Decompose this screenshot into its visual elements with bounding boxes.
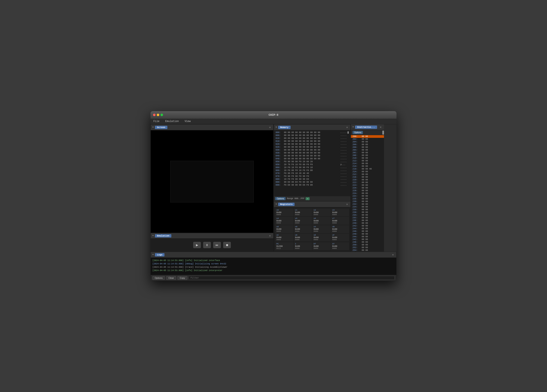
- instruction-row[interactable]: 252:00 00: [351, 246, 384, 249]
- emulation-panel: ▼ Emulation ✕ ▶ ⏸ ⏭ ⏹: [150, 233, 274, 252]
- traffic-lights: [153, 114, 163, 116]
- instructions-panel: ▼ Instructio... ✕ Options 200:00 00202:0…: [351, 124, 384, 252]
- instruction-row[interactable]: 23C:00 00: [351, 216, 384, 219]
- instruction-row[interactable]: 204:00 00: [351, 141, 384, 143]
- memory-row: 068:10 F0 80 F0 10 F0 F0 80.....: [274, 169, 350, 172]
- logs-clear-button[interactable]: Clear: [166, 276, 176, 280]
- instruction-row[interactable]: 24C:00 00: [351, 238, 384, 241]
- log-line: [2024-04-05 11:14:53.998] [info] Initial…: [152, 259, 395, 262]
- instruction-row[interactable]: 226:00 00: [351, 187, 384, 189]
- logs-options-button[interactable]: Options: [152, 276, 165, 280]
- instruction-row[interactable]: 244:00 00: [351, 227, 384, 230]
- memory-panel-close[interactable]: ✕: [345, 126, 349, 129]
- memory-panel: ▼ Memory ✕ 000:00 00 00 00 00 00 00 00 0…: [274, 124, 351, 201]
- memory-footer: Options Range 000..FFF ✓: [274, 196, 350, 201]
- instruction-row[interactable]: 254:00 00: [351, 249, 384, 252]
- instruction-row[interactable]: 23A:00 00: [351, 214, 384, 216]
- instruction-row[interactable]: 210:00 00: [351, 157, 384, 159]
- instruction-row[interactable]: 202:00 00: [351, 138, 384, 141]
- instruction-row[interactable]: 24A:00 00: [351, 235, 384, 238]
- registers-panel: ▼ Registers ✕ v00x000000v10x000000v20x00…: [274, 201, 351, 252]
- instruction-row[interactable]: 23E:00 00: [351, 219, 384, 222]
- instruction-row[interactable]: 224:00 00: [351, 184, 384, 187]
- instruction-row[interactable]: 22E:00 00: [351, 198, 384, 200]
- instruction-row[interactable]: 248:00 00: [351, 233, 384, 235]
- memory-options-button[interactable]: Options: [275, 197, 286, 200]
- instruction-row[interactable]: 208:00 00: [351, 146, 384, 149]
- instructions-content[interactable]: 200:00 00202:00 00204:00 00206:00 00208:…: [351, 135, 384, 252]
- memory-row: 090:F0 E0 90 90 90 E0 F0 80.....: [274, 184, 350, 187]
- register-grid: v00x000000v10x000000v20x000000v30x000000…: [275, 208, 349, 241]
- emulation-panel-close[interactable]: ✕: [268, 234, 272, 238]
- instruction-row[interactable]: 22C:00 00: [351, 195, 384, 198]
- close-button[interactable]: [153, 114, 156, 116]
- instruction-row[interactable]: 240:00 00: [351, 222, 384, 225]
- instruction-row[interactable]: 21E:00 00: [351, 176, 384, 179]
- instruction-row[interactable]: 20A:00 00: [351, 149, 384, 151]
- instruction-row[interactable]: 200:00 00: [351, 135, 384, 138]
- special-registers: PC0x2000512I0x000000DT0x000000ST0x000000: [275, 242, 349, 250]
- instruction-row[interactable]: 234:00 00: [351, 206, 384, 208]
- memory-row: 018:00 00 00 00 00 00 00 00 00 00.....: [274, 140, 350, 143]
- menu-file[interactable]: File: [152, 119, 161, 123]
- memory-row: 028:00 00 00 00 00 00 00 00 00 00.....: [274, 146, 350, 149]
- screen-panel-title: Screen: [155, 126, 167, 129]
- register-cell: v40x000000: [275, 217, 293, 225]
- play-button[interactable]: ▶: [193, 242, 201, 248]
- instruction-row[interactable]: 218:00 00 40: [351, 168, 384, 170]
- step-button[interactable]: ⏭: [213, 242, 221, 248]
- special-register-cell: PC0x2000512: [275, 242, 293, 250]
- instruction-row[interactable]: 246:00 00: [351, 230, 384, 233]
- maximize-button[interactable]: [161, 114, 163, 116]
- instruction-row[interactable]: 24E:00 00: [351, 241, 384, 244]
- instruction-row[interactable]: 232:00 00: [351, 203, 384, 206]
- memory-row: 078:F0 90 F0 90 F0 90 F0.....: [274, 175, 350, 178]
- emulation-panel-title: Emulation: [155, 234, 171, 238]
- instruction-row[interactable]: 20E:00 00: [351, 154, 384, 157]
- instructions-scrollbar[interactable]: [382, 131, 384, 135]
- emulation-content: ▶ ⏸ ⏭ ⏹: [151, 239, 273, 251]
- instruction-row[interactable]: 212:00 00: [351, 159, 384, 162]
- memory-content[interactable]: 000:00 00 00 00 00 00 00 00 00 00......▓…: [274, 130, 350, 196]
- instruction-row[interactable]: 228:00 00: [351, 189, 384, 192]
- instruction-row[interactable]: 216:00 00: [351, 165, 384, 168]
- instruction-row[interactable]: 22A:00 00: [351, 192, 384, 195]
- memory-row: 080:10 F0 F0 90 90 90 E0.....: [274, 178, 350, 181]
- memory-row: 038:00 00 00 00 00 00 00 00 00 00.....: [274, 151, 350, 154]
- registers-panel-title: Registers: [278, 203, 294, 206]
- instruction-row[interactable]: 206:00 00: [351, 143, 384, 146]
- instruction-row[interactable]: 242:00 00: [351, 225, 384, 227]
- instruction-row[interactable]: 238:00 00: [351, 211, 384, 214]
- instructions-options-button[interactable]: Options: [353, 131, 363, 134]
- instructions-panel-close[interactable]: ✕: [379, 125, 382, 129]
- special-register-cell: ST0x000000: [331, 242, 349, 250]
- pause-button[interactable]: ⏸: [203, 242, 211, 248]
- instruction-row[interactable]: 21A:00 00: [351, 170, 384, 173]
- minimize-button[interactable]: [157, 114, 159, 116]
- instructions-panel-header: ▼ Instructio... ✕: [351, 124, 384, 130]
- instruction-row[interactable]: 20C:00 00: [351, 151, 384, 154]
- logs-filter-input[interactable]: [189, 276, 395, 280]
- menu-view[interactable]: View: [184, 119, 192, 123]
- memory-row: 048:00 00 00 00 00 00 00 00 00 00.....: [274, 158, 350, 160]
- screen-panel-close[interactable]: ✕: [268, 126, 272, 129]
- instruction-row[interactable]: 214:00 00: [351, 162, 384, 165]
- emulation-panel-header: ▼ Emulation ✕: [151, 233, 273, 239]
- registers-panel-title-area: ▼ Registers: [276, 203, 294, 206]
- log-line: [2024-04-05 11:14:53.998] [trace] Initia…: [152, 266, 395, 269]
- registers-panel-close[interactable]: ✕: [345, 203, 349, 206]
- logs-panel-close[interactable]: ✕: [391, 253, 395, 256]
- logs-copy-button[interactable]: Copy: [178, 276, 187, 280]
- instruction-row[interactable]: 21C:00 00: [351, 173, 384, 176]
- instruction-row[interactable]: 250:00 00: [351, 244, 384, 246]
- instruction-row[interactable]: 236:00 00: [351, 208, 384, 211]
- memory-range-label: Range 000..FFF: [287, 198, 304, 200]
- register-cell: vB0x000000: [331, 225, 349, 233]
- instruction-row[interactable]: 230:00 00: [351, 200, 384, 203]
- instruction-row[interactable]: 220:00 00: [351, 179, 384, 181]
- menu-emulation[interactable]: Emulation: [164, 119, 180, 123]
- stop-button[interactable]: ⏹: [223, 242, 231, 248]
- instruction-row[interactable]: 222:00 00: [351, 181, 384, 184]
- logs-panel-title-area: ▼ Logs: [152, 253, 164, 256]
- special-register-cell: I0x000000: [294, 242, 312, 250]
